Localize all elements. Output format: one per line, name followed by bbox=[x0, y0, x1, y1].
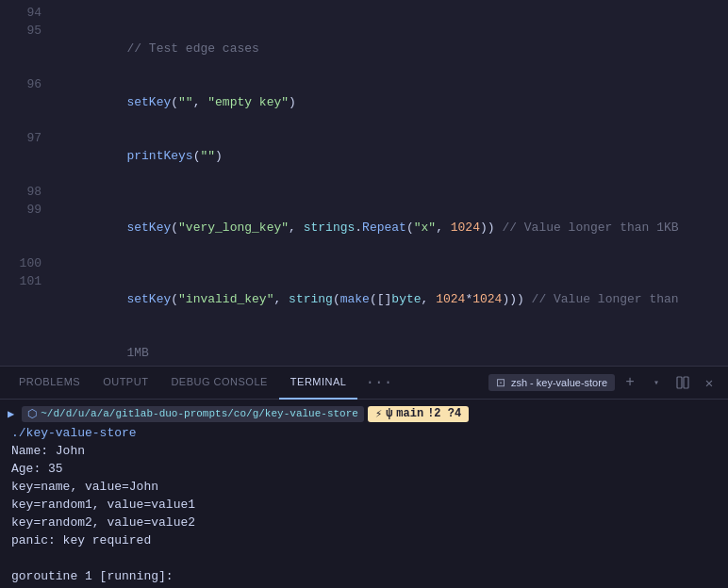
editor-area: 94 95 // Test edge cases 96 setKey("", "… bbox=[0, 0, 728, 366]
line-number: 95 bbox=[0, 22, 57, 40]
line-number: 97 bbox=[0, 129, 57, 147]
terminal-git-badge: ⚡ ψ main !2 ?4 bbox=[368, 406, 469, 422]
git-status-text: !2 ?4 bbox=[427, 407, 461, 420]
table-row: 99 setKey("very_long_key", strings.Repea… bbox=[0, 201, 728, 254]
line-number: 100 bbox=[0, 254, 57, 272]
tab-debug-console[interactable]: DEBUG CONSOLE bbox=[159, 367, 278, 400]
panel-actions: ⊡ zsh - key-value-store + ▾ ✕ bbox=[488, 371, 720, 394]
table-row: 101 setKey("invalid_key", string(make([]… bbox=[0, 272, 728, 326]
table-row: 95 // Test edge cases bbox=[0, 22, 728, 75]
code-lines: 94 95 // Test edge cases 96 setKey("", "… bbox=[0, 4, 728, 366]
close-panel-button[interactable]: ✕ bbox=[698, 371, 720, 394]
split-terminal-button[interactable] bbox=[671, 371, 694, 394]
line-content: setKey("", "empty key") bbox=[60, 75, 728, 129]
terminal-path-badge: ⬡ ~/d/d/u/a/a/gitlab-duo-prompts/co/g/ke… bbox=[22, 406, 364, 422]
terminal-line: key=random1, value=value1 bbox=[11, 496, 717, 514]
terminal-path-text: ~/d/d/u/a/a/gitlab-duo-prompts/co/g/key-… bbox=[41, 408, 358, 419]
table-row: 98 bbox=[0, 183, 728, 201]
table-row: 96 setKey("", "empty key") bbox=[0, 75, 728, 129]
terminal-label: ⊡ zsh - key-value-store bbox=[488, 374, 615, 391]
terminal-prompt-bar: ▶ ⬡ ~/d/d/u/a/a/gitlab-duo-prompts/co/g/… bbox=[0, 403, 728, 424]
terminal-line: key=name, value=John bbox=[11, 478, 717, 496]
code-token: printKeys bbox=[126, 149, 192, 163]
line-content: printKeys("") bbox=[60, 129, 728, 183]
table-row: 94 bbox=[0, 4, 728, 22]
comment-text: // Test edge cases bbox=[126, 41, 258, 56]
line-number: 99 bbox=[0, 201, 57, 219]
line-number: 101 bbox=[0, 272, 57, 290]
terminal-arrow-icon: ▶ bbox=[8, 407, 14, 421]
git-lightning-icon: ⚡ bbox=[375, 407, 382, 421]
tab-output[interactable]: OUTPUT bbox=[91, 367, 159, 400]
svg-rect-0 bbox=[677, 377, 682, 388]
terminal-line bbox=[11, 549, 717, 567]
line-content: 1MB bbox=[60, 326, 728, 366]
code-token: setKey bbox=[126, 95, 171, 109]
folder-icon: ⬡ bbox=[27, 407, 37, 421]
terminal-dropdown-button[interactable]: ▾ bbox=[645, 371, 668, 394]
terminal-output: ./key-value-store Name: John Age: 35 key… bbox=[0, 424, 728, 584]
tab-problems[interactable]: PROBLEMS bbox=[8, 367, 91, 400]
add-terminal-button[interactable]: + bbox=[619, 371, 641, 394]
line-number: 98 bbox=[0, 183, 57, 201]
line-content: setKey("invalid_key", string(make([]byte… bbox=[60, 272, 728, 326]
terminal-line: panic: key required bbox=[11, 531, 717, 549]
panel-tabs: PROBLEMS OUTPUT DEBUG CONSOLE TERMINAL ·… bbox=[0, 367, 728, 400]
terminal-line: ./key-value-store bbox=[11, 424, 717, 442]
svg-rect-1 bbox=[684, 377, 688, 388]
git-branch-text: main bbox=[396, 407, 423, 420]
terminal-line: goroutine 1 [running]: bbox=[11, 567, 717, 584]
terminal-line: Name: John bbox=[11, 442, 717, 460]
panel-more-button[interactable]: ··· bbox=[357, 374, 400, 391]
line-number: 96 bbox=[0, 75, 57, 93]
terminal-content: ▶ ⬡ ~/d/d/u/a/a/gitlab-duo-prompts/co/g/… bbox=[0, 400, 728, 588]
tab-terminal[interactable]: TERMINAL bbox=[279, 367, 358, 400]
line-content: setKey("very_long_key", strings.Repeat("… bbox=[60, 201, 728, 254]
terminal-shell-icon: ⊡ bbox=[496, 376, 505, 389]
table-row: 1MB bbox=[0, 326, 728, 366]
terminal-name-text: zsh - key-value-store bbox=[511, 377, 607, 388]
table-row: 97 printKeys("") bbox=[0, 129, 728, 183]
terminal-line: key=random2, value=value2 bbox=[11, 514, 717, 531]
git-psi-icon: ψ bbox=[386, 407, 392, 420]
line-content: // Test edge cases bbox=[60, 22, 728, 75]
panel-area: PROBLEMS OUTPUT DEBUG CONSOLE TERMINAL ·… bbox=[0, 366, 728, 588]
terminal-line: Age: 35 bbox=[11, 460, 717, 478]
line-number: 94 bbox=[0, 4, 57, 22]
table-row: 100 bbox=[0, 254, 728, 272]
